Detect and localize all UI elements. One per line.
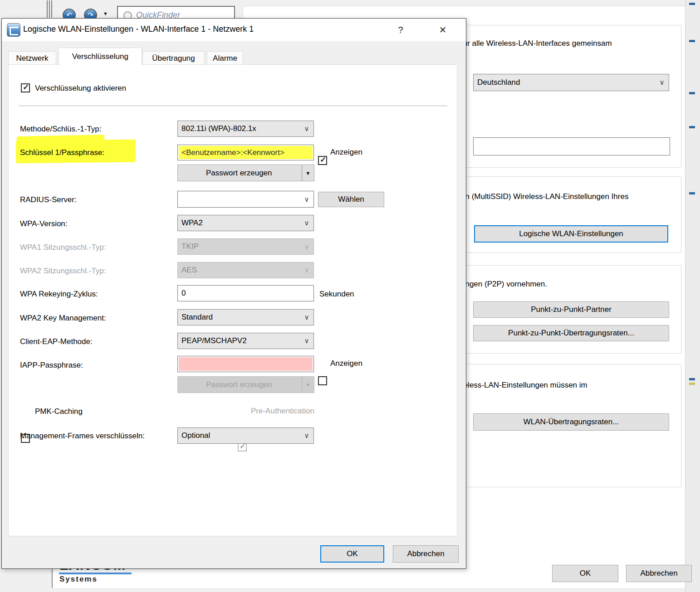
tab-label: Übertragung [152,54,195,63]
nav-history-dropdown[interactable]: ▼ [103,11,108,16]
button-label: Abbrechen [407,549,444,558]
cancel-button[interactable]: Abbrechen [393,545,459,563]
split-arrow-icon[interactable]: ▼ [302,165,314,181]
pmk-caching-label: PMK-Caching [35,407,83,416]
wpa1-session-select: TKIP ∨ [177,238,314,255]
key1-label: Schlüssel 1/Passphrase: [20,148,104,157]
chevron-down-icon: ∨ [300,266,313,274]
key1-passphrase-input[interactable] [177,145,314,160]
tab-label: Verschlüsselung [72,52,128,61]
tab-alarme[interactable]: Alarme [207,51,243,65]
help-icon: ? [398,25,403,35]
key-mgmt-select[interactable]: Standard ∨ [177,309,314,325]
split-arrow-icon: ▼ [302,377,314,393]
screen: ↶ ↷ ▼ QuickFinder für alle Wireless-LAN-… [0,0,700,592]
method-label: Methode/Schlüs.-1-Typ: [20,125,102,134]
button-label: Punkt-zu-Punkt-Übertragungsraten... [508,329,634,338]
method-value: 802.11i (WPA)-802.1x [178,124,300,133]
background-cancel-button[interactable]: Abbrechen [626,565,692,582]
key-mgmt-value: Standard [178,313,300,322]
logo-systems-label: Systems [59,575,98,584]
key-mgmt-label: WPA2 Key Management: [20,314,106,323]
toolbar-separator [47,0,48,18]
check-icon: ✓ [23,82,29,92]
logical-wlan-settings-button[interactable]: Logische WLAN-Einstellungen [474,225,668,243]
p2p-rates-button[interactable]: Punkt-zu-Punkt-Übertragungsraten... [473,325,669,341]
tab-uebertragung[interactable]: Übertragung [142,51,205,65]
p2p-text: ungen (P2P) vornehmen. [461,280,547,289]
chevron-down-icon: ∨ [300,219,313,227]
chevron-down-icon: ∨ [655,78,669,87]
mgmt-frames-value: Optional [178,431,300,440]
tab-netzwerk[interactable]: Netzwerk [8,51,56,65]
button-label: Punkt-zu-Punkt-Partner [531,305,612,314]
tab-label: Netzwerk [16,54,49,63]
wpa-version-value: WPA2 [178,218,300,228]
p2p-partner-button[interactable]: Punkt-zu-Punkt-Partner [473,301,669,318]
tab-label: Alarme [213,54,237,63]
button-label: Wählen [338,195,364,204]
button-label: WLAN-Übertragungsraten... [524,417,619,427]
background-ok-button[interactable]: OK [552,565,618,582]
right-panel-strip[interactable] [685,0,700,592]
wpa-version-select[interactable]: WPA2 ∨ [177,215,314,231]
iapp-show-checkbox[interactable] [318,376,327,385]
method-select[interactable]: 802.11i (WPA)-802.1x ∨ [177,121,314,137]
forward-arrow-icon: ↷ [88,11,93,19]
radius-choose-button[interactable]: Wählen [318,192,384,207]
dialog-title: Logische WLAN-Einstellungen - WLAN-Inter… [23,24,254,34]
strip-marker [689,383,695,385]
wpa-version-label: WPA-Version: [20,219,68,228]
wpa2-session-select: AES ∨ [177,262,314,278]
country-value: Deutschland [474,78,655,87]
strip-marker [689,40,695,42]
chevron-down-icon: ∨ [300,313,313,321]
encryption-enable-label: Verschlüsselung aktivieren [35,84,126,93]
key1-show-checkbox[interactable]: ✓ [318,156,327,165]
rekeying-input[interactable] [177,285,314,301]
ok-button[interactable]: OK [320,545,384,563]
button-label: Logische WLAN-Einstellungen [519,229,623,238]
chevron-down-icon: ∨ [300,195,313,204]
background-window-edge [52,569,53,588]
rekeying-unit-label: Sekunden [319,290,354,299]
encryption-enable-checkbox[interactable]: ✓ [21,83,30,92]
client-eap-label: Client-EAP-Methode: [20,337,93,346]
caret-down-icon: ▼ [103,11,108,16]
generate-password-button[interactable]: Passwort erzeugen ▼ [177,165,314,181]
wlan-rates-button[interactable]: WLAN-Übertragungsraten... [473,413,669,431]
close-icon: ✕ [439,25,447,35]
help-button[interactable]: ? [393,23,408,37]
country-select[interactable]: Deutschland ∨ [473,74,669,91]
strip-marker [689,192,695,194]
common-input[interactable] [473,137,670,155]
rekeying-label: WPA Rekeying-Zyklus: [20,290,98,299]
button-label: OK [580,569,591,578]
chevron-down-icon: ∨ [300,125,313,133]
radius-server-select[interactable]: ∨ [177,191,314,208]
wlan-encryption-dialog: Logische WLAN-Einstellungen - WLAN-Inter… [1,18,466,569]
logo-underline [59,573,132,574]
client-eap-select[interactable]: PEAP/MSCHAPV2 ∨ [177,333,314,349]
strip-marker [689,378,695,380]
chevron-down-icon: ∨ [300,243,313,251]
tab-verschluesselung[interactable]: Verschlüsselung [59,48,142,65]
check-icon: ✓ [320,155,326,165]
common-text: für alle Wireless-LAN-Interfaces gemeins… [461,39,612,48]
wpa2-session-label: WPA2 Sitzungsschl.-Typ: [20,267,106,276]
iapp-passphrase-input[interactable] [177,356,314,372]
mgmt-frames-select[interactable]: Optional ∨ [177,427,314,444]
strip-marker [689,3,695,5]
toolbar-separator [51,0,52,18]
chevron-down-icon: ∨ [300,337,313,345]
wpa2-session-value: AES [178,266,300,275]
generate-password-button-disabled: Passwort erzeugen ▼ [177,376,314,393]
rates-text: reless-LAN-Einstellungen müssen im [461,381,587,390]
strip-marker [689,92,695,94]
close-button[interactable]: ✕ [435,23,450,37]
client-eap-value: PEAP/MSCHAPV2 [178,336,300,345]
strip-marker [689,126,695,128]
wpa1-session-label: WPA1 Sitzungsschl.-Typ: [20,243,106,252]
dialog-titlebar[interactable]: Logische WLAN-Einstellungen - WLAN-Inter… [2,19,466,41]
back-arrow-icon: ↶ [66,11,72,19]
